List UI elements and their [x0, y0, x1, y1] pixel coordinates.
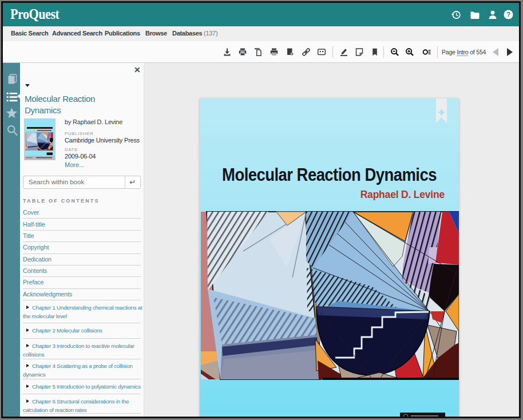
svg-text:PDF: PDF — [240, 51, 245, 53]
svg-text:?: ? — [506, 11, 510, 18]
